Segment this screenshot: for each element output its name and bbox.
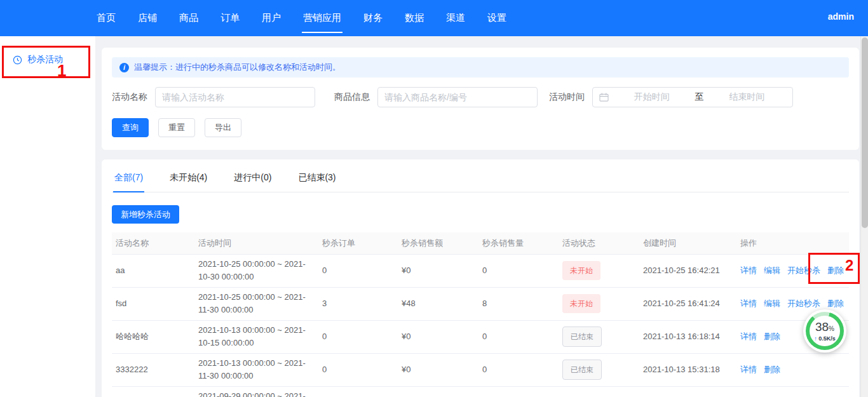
tab-all[interactable]: 全部(7) [113,168,144,192]
vertical-scrollbar[interactable] [860,36,868,397]
cell-name: 哈哈哈哈 [112,320,194,353]
table-header-row: 活动名称 活动时间 秒杀订单 秒杀销售额 秒杀销售量 活动状态 创建时间 操作 [112,232,849,254]
product-info-input[interactable] [377,87,538,107]
tip-alert: i 温馨提示：进行中的秒杀商品可以修改名称和活动时间。 [112,57,849,77]
cell-orders: 0 [318,353,398,386]
percent-value: 38 [815,320,829,333]
info-icon: i [119,63,129,72]
add-seckill-button[interactable]: 新增秒杀活动 [112,205,179,224]
cell-created: 2021-10-25 16:41:24 [639,287,736,320]
nav-item-marketing[interactable]: 营销应用 [302,8,342,28]
delete-link[interactable]: 删除 [764,330,780,343]
search-button[interactable]: 查询 [112,118,149,137]
cell-volume: 8 [478,287,559,320]
header-orders: 秒杀订单 [318,232,398,254]
date-range-separator: 至 [695,91,704,103]
table-row: 2021-09-29 00:00:00 ~ 2021-11-18 [112,386,849,397]
tab-ended[interactable]: 已结束(3) [297,168,337,192]
status-badge: 未开始 [562,261,600,280]
detail-link[interactable]: 详情 [740,264,757,277]
cell-volume: 0 [478,353,559,386]
header-sales-volume: 秒杀销售量 [478,232,559,254]
status-badge: 未开始 [562,294,600,313]
nav-item-finance[interactable]: 财务 [362,8,384,28]
delete-link[interactable]: 删除 [764,363,780,376]
cell-time: 2021-10-25 00:00:00 ~ 2021-10-30 00:00:0… [194,254,318,287]
tab-in-progress[interactable]: 进行中(0) [233,168,273,192]
table-row: 3332222 2021-10-13 00:00:00 ~ 2021-11-30… [112,353,849,386]
cell-amount: ¥0 [398,353,478,386]
start-time-placeholder: 开始时间 [613,91,691,103]
cell-name [112,386,194,397]
top-navbar: 首页 店铺 商品 订单 用户 营销应用 财务 数据 渠道 设置 admin [0,0,868,36]
cell-time: 2021-10-13 00:00:00 ~ 2021-10-15 00:00:0… [194,320,318,353]
nav-item-home[interactable]: 首页 [95,8,117,28]
list-card: 全部(7) 未开始(4) 进行中(0) 已结束(3) 新增秒杀活动 活动名称 活… [102,159,859,397]
status-badge: 已结束 [562,326,602,347]
seckill-table: 活动名称 活动时间 秒杀订单 秒杀销售额 秒杀销售量 活动状态 创建时间 操作 … [112,232,849,397]
sidebar-item-label: 秒杀活动 [27,54,63,65]
nav-item-data[interactable]: 数据 [403,8,425,28]
header-activity-name: 活动名称 [112,232,194,254]
cell-orders: 0 [318,320,398,353]
edit-link[interactable]: 编辑 [764,297,780,310]
start-seckill-link[interactable]: 开始秒杀 [787,264,820,277]
cell-created: 2021-10-13 15:31:18 [639,353,736,386]
table-row: aa 2021-10-25 00:00:00 ~ 2021-10-30 00:0… [112,254,849,287]
nav-item-users[interactable]: 用户 [261,8,282,28]
edit-link[interactable]: 编辑 [764,264,780,277]
cell-name: aa [112,254,194,287]
detail-link[interactable]: 详情 [740,330,757,343]
tab-not-started[interactable]: 未开始(4) [168,168,208,192]
tip-alert-text: 温馨提示：进行中的秒杀商品可以修改名称和活动时间。 [134,62,341,73]
filter-row: 活动名称 商品信息 活动时间 开始时间 至 结束时间 [112,87,849,107]
calendar-icon [599,93,609,102]
export-button[interactable]: 导出 [205,118,241,137]
cell-time: 2021-09-29 00:00:00 ~ 2021-11-18 [194,386,318,397]
activity-name-label: 活动名称 [112,91,147,103]
table-row: fsd 2021-10-25 00:00:00 ~ 2021-11-30 00:… [112,287,849,320]
activity-name-input[interactable] [155,87,315,107]
sidebar: 秒杀活动 [0,36,95,397]
nav-item-channel[interactable]: 渠道 [445,8,466,28]
detail-link[interactable]: 详情 [740,297,757,310]
header-operations: 操作 [736,232,849,254]
detail-link[interactable]: 详情 [740,363,757,376]
cell-volume: 0 [478,254,559,287]
start-seckill-link[interactable]: 开始秒杀 [787,297,820,310]
delete-link[interactable]: 删除 [827,297,844,310]
product-info-label: 商品信息 [334,91,370,103]
cell-orders: 0 [318,254,398,287]
activity-time-label: 活动时间 [549,91,585,103]
filter-card: i 温馨提示：进行中的秒杀商品可以修改名称和活动时间。 活动名称 商品信息 活动… [102,48,859,150]
sidebar-item-seckill[interactable]: 秒杀活动 [0,48,95,72]
filter-buttons: 查询 重置 导出 [112,118,849,137]
cell-volume: 0 [478,320,559,353]
header-activity-time: 活动时间 [194,232,318,254]
nav-item-orders[interactable]: 订单 [219,8,241,28]
scrollbar-thumb[interactable] [862,37,868,228]
cell-amount: ¥0 [398,254,478,287]
header-status: 活动状态 [559,232,639,254]
activity-time-range-picker[interactable]: 开始时间 至 结束时间 [592,87,793,107]
cell-created: 2021-10-13 16:18:14 [639,320,736,353]
network-speed-widget[interactable]: 38% ↑ 0.5K/s [803,309,846,353]
table-row: 哈哈哈哈 2021-10-13 00:00:00 ~ 2021-10-15 00… [112,320,849,353]
cell-orders: 3 [318,287,398,320]
admin-user-label[interactable]: admin [828,11,854,22]
cell-amount: ¥48 [398,287,478,320]
nav-item-settings[interactable]: 设置 [486,8,508,28]
up-arrow-icon: ↑ [814,335,817,342]
cell-name: 3332222 [112,353,194,386]
cell-amount: ¥0 [398,320,478,353]
delete-link[interactable]: 删除 [827,264,844,277]
nav-item-shop[interactable]: 店铺 [137,8,158,28]
end-time-placeholder: 结束时间 [708,91,787,103]
header-created: 创建时间 [639,232,736,254]
header-sales-amount: 秒杀销售额 [398,232,478,254]
percent-unit: % [829,325,834,332]
cell-created: 2021-10-25 16:42:21 [639,254,736,287]
status-tabs: 全部(7) 未开始(4) 进行中(0) 已结束(3) [112,168,849,192]
reset-button[interactable]: 重置 [158,118,195,137]
nav-item-goods[interactable]: 商品 [178,8,200,28]
